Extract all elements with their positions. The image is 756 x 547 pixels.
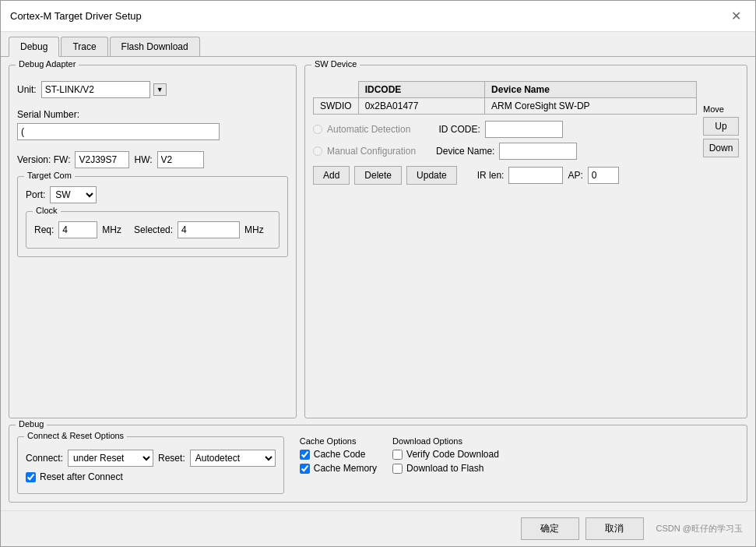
sw-device-title: SW Device [311,59,360,69]
move-up-button[interactable]: Up [703,117,739,136]
download-to-flash-checkbox[interactable] [392,464,403,474]
reset-after-connect-checkbox[interactable] [26,472,36,482]
cache-code-checkbox[interactable] [300,450,310,460]
ap-label: AP: [568,170,582,181]
version-hw-label: HW: [134,154,152,165]
port-label: Port: [26,189,45,200]
device-name-header: Device Name [485,82,697,98]
device-name-cell: ARM CoreSight SW-DP [485,98,697,115]
serial-label: Serial Number: [17,109,288,120]
idcode-header: IDCODE [358,82,484,98]
idcode-cell: 0x2BA01477 [358,98,484,115]
connect-select[interactable]: under Reset Normal with Pre-reset [68,450,153,467]
swdio-cell: SWDIO [314,98,359,115]
cache-memory-checkbox[interactable] [300,464,310,474]
serial-section: Serial Number: [17,109,288,140]
ok-button[interactable]: 确定 [521,517,579,540]
ir-len-label: IR len: [477,170,505,181]
auto-detect-radio[interactable] [313,125,322,134]
reset-after-connect-label: Reset after Connect [40,471,123,482]
update-button[interactable]: Update [406,166,457,185]
auto-detect-label: Automatic Detection [327,124,410,135]
add-button[interactable]: Add [313,166,350,185]
top-row: Debug Adapter Unit: ▼ Serial Number: Ver… [9,65,747,418]
req-mhz: MHz [102,224,121,235]
main-content: Debug Adapter Unit: ▼ Serial Number: Ver… [1,57,755,510]
close-button[interactable]: ✕ [726,7,746,25]
unit-label: Unit: [17,84,37,95]
manual-config-label: Manual Configuration [327,146,416,157]
clock-group: Clock Req: MHz Selected: MHz [26,211,280,249]
hw-input[interactable] [157,151,204,168]
req-input[interactable] [58,221,97,238]
manual-config-row: Manual Configuration Device Name: [313,143,697,160]
unit-dropdown-icon[interactable]: ▼ [153,83,167,96]
verify-code-checkbox[interactable] [392,450,403,460]
id-code-input[interactable] [485,121,563,138]
sw-inner: IDCODE Device Name SWDIO 0x2BA01477 ARM … [313,81,739,185]
version-row: Version: FW: HW: [17,151,288,168]
tab-bar: Debug Trace Flash Download [1,32,755,57]
req-label: Req: [34,224,54,235]
verify-code-row: Verify Code Download [392,449,499,460]
port-row: Port: SW JTAG [26,186,280,203]
reset-select[interactable]: Autodetect Software Hardware [190,450,276,467]
id-code-label: ID CODE: [438,124,480,135]
selected-label: Selected: [134,224,173,235]
download-options-title: Download Options [392,436,499,446]
move-label: Move [703,104,739,114]
main-window: Cortex-M Target Driver Setup ✕ Debug Tra… [0,0,756,547]
reset-after-connect-row: Reset after Connect [26,471,276,482]
port-select[interactable]: SW JTAG [50,186,97,203]
target-com-group: Target Com Port: SW JTAG Clock Req: [17,176,288,257]
debug-adapter-title: Debug Adapter [16,59,79,69]
sw-table: IDCODE Device Name SWDIO 0x2BA01477 ARM … [313,81,697,115]
clock-row: Req: MHz Selected: MHz [34,221,271,238]
cache-code-label: Cache Code [314,449,366,460]
move-down-button[interactable]: Down [703,139,739,157]
fw-input[interactable] [75,151,129,168]
cache-options-group: Cache Options Cache Code Cache Memory [300,436,377,494]
download-to-flash-label: Download to Flash [406,463,483,474]
cancel-button[interactable]: 取消 [585,517,644,540]
ir-len-input[interactable] [508,167,563,184]
connect-reset-title: Connect & Reset Options [24,431,127,440]
cache-memory-label: Cache Memory [314,463,377,474]
selected-mhz: MHz [244,224,264,235]
sw-left: IDCODE Device Name SWDIO 0x2BA01477 ARM … [313,81,697,185]
cache-code-row: Cache Code [300,449,377,460]
debug-section: Debug Connect & Reset Options Connect: u… [9,425,747,503]
device-name-input[interactable] [499,143,577,160]
cache-memory-row: Cache Memory [300,463,377,474]
serial-input[interactable] [17,123,220,140]
delete-button[interactable]: Delete [354,166,402,185]
tab-debug[interactable]: Debug [9,37,59,57]
auto-detect-row: Automatic Detection ID CODE: [313,121,697,138]
sw-device-group: SW Device IDCODE Device Name [304,65,747,418]
debug-section-title: Debug [16,419,47,429]
tab-flash-download[interactable]: Flash Download [110,37,200,56]
version-fw-label: Version: FW: [17,154,70,165]
unit-row: Unit: ▼ [17,81,288,98]
debug-inner: Connect & Reset Options Connect: under R… [17,436,739,494]
title-bar: Cortex-M Target Driver Setup ✕ [1,1,755,32]
cache-options-title: Cache Options [300,436,377,446]
connect-row: Connect: under Reset Normal with Pre-res… [26,450,276,467]
unit-input[interactable] [41,81,150,98]
debug-adapter-group: Debug Adapter Unit: ▼ Serial Number: Ver… [9,65,297,418]
selected-input[interactable] [178,221,240,238]
verify-code-label: Verify Code Download [406,449,499,460]
watermark: CSDN @旺仔的学习玉 [656,523,743,535]
tab-trace[interactable]: Trace [61,37,107,56]
footer: 确定 取消 CSDN @旺仔的学习玉 [1,510,755,546]
action-btn-row: Add Delete Update IR len: AP: [313,166,697,185]
ap-input[interactable] [588,167,619,184]
window-title: Cortex-M Target Driver Setup [10,10,142,22]
download-options-group: Download Options Verify Code Download Do… [392,436,499,494]
clock-title: Clock [33,206,61,215]
target-com-title: Target Com [24,171,75,180]
move-buttons: Move Up Down [703,104,739,185]
reset-label: Reset: [158,453,185,464]
manual-config-radio[interactable] [313,146,322,156]
connect-label: Connect: [26,453,63,464]
